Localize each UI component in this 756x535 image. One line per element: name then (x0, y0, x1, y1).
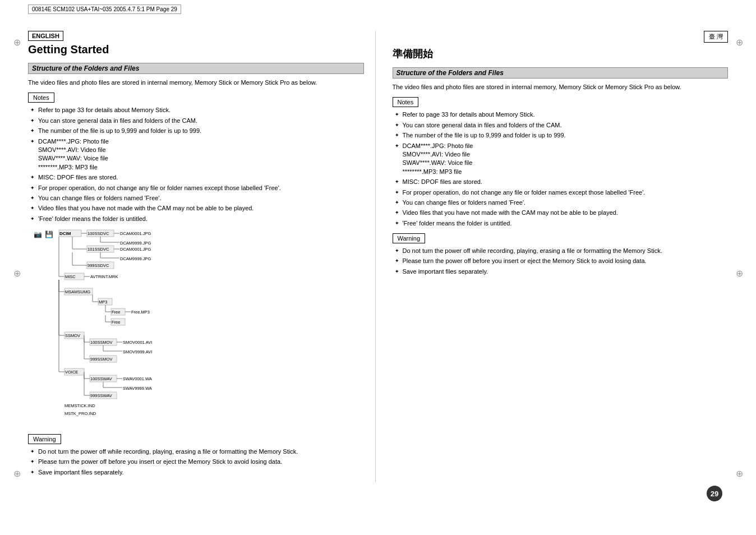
list-item: Video files that you have not made with … (30, 204, 364, 213)
list-item: The number of the file is up to 9,999 an… (395, 131, 729, 140)
svg-text:101SSDVC: 101SSDVC (87, 247, 109, 252)
svg-text:AVTRINT.MRK: AVTRINT.MRK (90, 274, 118, 279)
svg-text:999SSMOV: 999SSMOV (90, 357, 113, 362)
svg-text:MEMSTICK.IND: MEMSTICK.IND (64, 403, 95, 408)
list-item: Save important files separately. (30, 468, 364, 477)
list-item: 'Free' folder means the folder is untitl… (395, 219, 729, 228)
list-item: Please turn the power off before you ins… (395, 257, 729, 265)
svg-text:Free: Free (112, 310, 120, 315)
svg-text:SMOV0001.AVI: SMOV0001.AVI (123, 340, 152, 345)
right-notes-list: Refer to page 33 for details about Memor… (393, 110, 729, 228)
list-item: MISC: DPOF files are stored. (395, 178, 729, 186)
svg-text:DCAM9999.JPG: DCAM9999.JPG (120, 256, 151, 261)
svg-text:100SSDVC: 100SSDVC (87, 231, 109, 236)
svg-text:MSAMSUMG: MSAMSUMG (65, 289, 90, 294)
list-item: DCAM****.JPG: Photo fileSMOV****.AVI: Vi… (30, 137, 364, 172)
left-column: ENGLISH Getting Started Structure of the… (28, 31, 376, 482)
list-item: You can store general data in files and … (30, 117, 364, 125)
right-page-title: 準備開始 (393, 47, 729, 61)
right-warning-label: Warning (393, 233, 426, 243)
svg-text:MSTK_PRO.IND: MSTK_PRO.IND (64, 411, 96, 416)
svg-text:SWAV0001.WA: SWAV0001.WA (123, 376, 152, 381)
filepath-bar: 00814E SCM102 USA+TAI~035 2005.4.7 5:1 P… (28, 4, 181, 14)
right-warning-list: Do not turn the power off while recordin… (393, 247, 729, 276)
svg-text:DCAM0001.JPG: DCAM0001.JPG (120, 247, 151, 252)
list-item: MISC: DPOF files are stored. (30, 173, 364, 182)
list-item: Refer to page 33 for details about Memor… (395, 110, 729, 119)
svg-text:MP3: MP3 (99, 299, 107, 305)
svg-text:💾: 💾 (45, 230, 53, 238)
svg-text:SSMOV: SSMOV (65, 333, 80, 338)
left-notes-list: Refer to page 33 for details about Memor… (28, 106, 364, 223)
svg-text:Free: Free (112, 320, 120, 325)
svg-text:DCIM: DCIM (59, 231, 71, 236)
right-notes-label: Notes (393, 97, 419, 107)
list-item: Save important files separately. (395, 268, 729, 276)
list-item: Video files that you have not made with … (395, 209, 729, 217)
svg-text:SMOV9999.AVI: SMOV9999.AVI (123, 349, 152, 354)
list-item: For proper operation, do not change any … (395, 188, 729, 197)
list-item: The number of the file is up to 9,999 an… (30, 127, 364, 135)
svg-text:DCAM0001.JPG: DCAM0001.JPG (120, 231, 151, 236)
list-item: You can change files or folders named 'F… (395, 199, 729, 207)
svg-text:MISC: MISC (65, 274, 76, 279)
left-warning-list: Do not turn the power off while recordin… (28, 448, 364, 477)
left-intro: The video files and photo files are stor… (28, 79, 364, 87)
list-item: Please turn the power off before you ins… (30, 458, 364, 466)
svg-text:VOICE: VOICE (65, 370, 78, 375)
left-notes-label: Notes (28, 93, 54, 103)
list-item: DCAM****.JPG: Photo fileSMOV****.AVI: Vi… (395, 142, 729, 177)
svg-text:Free.MP3: Free.MP3 (131, 310, 150, 315)
left-warning-label: Warning (28, 434, 61, 444)
list-item: 'Free' folder means the folder is untitl… (30, 215, 364, 223)
english-badge: ENGLISH (28, 31, 63, 41)
svg-text:100SSMOV: 100SSMOV (90, 340, 113, 345)
svg-text:999SSDVC: 999SSDVC (87, 263, 109, 268)
svg-text:📷: 📷 (34, 230, 42, 238)
page-number: 29 (707, 486, 722, 501)
right-intro: The video files and photo files are stor… (393, 83, 729, 91)
list-item: You can change files or folders named 'F… (30, 194, 364, 202)
svg-text:100SSWAV: 100SSWAV (90, 376, 112, 381)
right-section-heading: Structure of the Folders and Files (393, 67, 729, 79)
filepath-text: 00814E SCM102 USA+TAI~035 2005.4.7 5:1 P… (32, 6, 177, 12)
main-content: ENGLISH Getting Started Structure of the… (6, 31, 750, 482)
list-item: Refer to page 33 for details about Memor… (30, 106, 364, 114)
folder-tree-svg: 📷 💾 DCIM 100SSDVC DCAM0001.JPG DCAM9999.… (28, 229, 185, 431)
taiwan-badge: 臺 灣 (704, 31, 728, 43)
list-item: You can store general data in files and … (395, 121, 729, 130)
folder-diagram: 📷 💾 DCIM 100SSDVC DCAM0001.JPG DCAM9999.… (28, 229, 364, 432)
list-item: Do not turn the power off while recordin… (30, 448, 364, 456)
svg-text:SWAV9999.WA: SWAV9999.WA (123, 386, 152, 391)
svg-text:DCAM9999.JPG: DCAM9999.JPG (120, 241, 151, 246)
page-container: 00814E SCM102 USA+TAI~035 2005.4.7 5:1 P… (0, 0, 756, 535)
left-section-heading: Structure of the Folders and Files (28, 63, 364, 74)
right-column: 臺 灣 準備開始 Structure of the Folders and Fi… (376, 31, 729, 482)
list-item: For proper operation, do not change any … (30, 184, 364, 192)
list-item: Do not turn the power off while recordin… (395, 247, 729, 255)
svg-text:999SSWAV: 999SSWAV (90, 393, 112, 398)
left-page-title: Getting Started (28, 43, 364, 56)
